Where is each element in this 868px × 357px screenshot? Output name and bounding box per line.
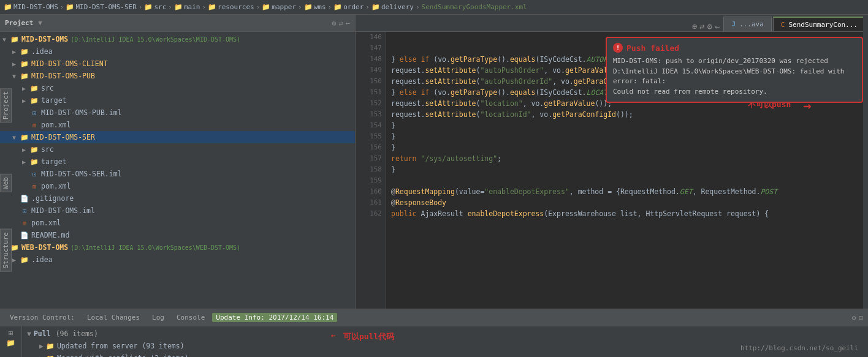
code-content: 146 147 148 149 150 151 152 153 154 155 … xyxy=(356,32,868,309)
tree-item-pub-target[interactable]: ▶ 📁 target xyxy=(0,94,355,107)
error-popup[interactable]: ! Push failed MID-DST-OMS: push to origi… xyxy=(606,37,863,103)
tree-item-ser-iml[interactable]: ⊡ MID-DST-OMS-SER.iml xyxy=(0,168,355,180)
sidebar-item-web[interactable]: Web xyxy=(0,174,12,192)
sidebar-item-structure[interactable]: Structure xyxy=(0,229,12,272)
updated-arrow[interactable]: ▶ xyxy=(39,342,44,350)
tree-item-oms-pom[interactable]: m pom.xml xyxy=(0,217,355,229)
panel-settings-icon[interactable]: ⚙ xyxy=(332,19,336,28)
breadcrumb-item-4[interactable]: main xyxy=(184,3,200,11)
breadcrumb-sep-4: › xyxy=(202,3,206,11)
pull-arrow[interactable]: ▼ xyxy=(27,329,31,338)
maven-icon: m xyxy=(20,220,29,227)
tree-item-mid-dst-oms[interactable]: ▼ 📁 MID-DST-OMS (D:\IntelliJ IDEA 15.0\W… xyxy=(0,33,355,45)
error-body: MID-DST-OMS: push to origin/dev_20170320… xyxy=(613,56,856,97)
merged-arrow[interactable]: ▶ xyxy=(39,354,44,357)
bottom-tab-log[interactable]: Log xyxy=(147,311,169,325)
folder-icon: 📁 xyxy=(20,72,29,80)
sidebar-item-project[interactable]: Project xyxy=(0,88,12,122)
tree-item-idea-1[interactable]: ▶ 📁 .idea xyxy=(0,45,355,58)
tree-item-ser[interactable]: ▼ 📁 MID-DST-OMS-SER xyxy=(0,131,355,143)
breadcrumb-sep-6: › xyxy=(298,3,302,11)
pull-label: Pull xyxy=(34,329,51,338)
line-num-162: 162 xyxy=(356,208,382,219)
bottom-tab-local-changes[interactable]: Local Changes xyxy=(82,311,145,325)
tree-item-readme[interactable]: 📄 README.md xyxy=(0,229,355,241)
folder-icon: 📁 xyxy=(20,60,29,68)
folder-icon: 📁 xyxy=(29,146,39,154)
line-num-151: 151 xyxy=(356,87,382,98)
bottom-tab-update-info[interactable]: Update Info: 2017/12/14 16:14 xyxy=(212,313,337,322)
bottom-tab-version-control[interactable]: Version Control: xyxy=(5,311,80,325)
pull-count: (96 items) xyxy=(56,329,98,338)
tree-item-oms-iml[interactable]: ⊡ MID-DST-OMS.iml xyxy=(0,205,355,217)
line-num-160: 160 xyxy=(356,186,382,197)
bottom-close-icon[interactable]: ⊟ xyxy=(859,314,863,322)
tab-controller[interactable]: C SendSummaryCon... xyxy=(773,17,866,31)
tree-item-pub-iml[interactable]: ⊡ MID-DST-OMS-PUB.iml xyxy=(0,107,355,119)
error-icon: ! xyxy=(613,43,623,53)
panel-dropdown-icon[interactable]: ▼ xyxy=(38,19,42,27)
tab-java[interactable]: J ...ava xyxy=(723,17,771,31)
tree-item-pub[interactable]: ▼ 📁 MID-DST-OMS-PUB xyxy=(0,70,355,82)
tree-item-ser-pom[interactable]: m pom.xml xyxy=(0,180,355,192)
code-line-158: } xyxy=(391,164,868,175)
tree-item-pub-src[interactable]: ▶ 📁 src xyxy=(0,82,355,94)
panel-collapse-icon[interactable]: ← xyxy=(346,19,350,28)
breadcrumb-item-2[interactable]: MID-DST-OMS-SER xyxy=(75,3,136,11)
tree-arrow: ▶ xyxy=(22,159,29,165)
breadcrumb-item-3[interactable]: src xyxy=(154,3,166,11)
right-scrollbar[interactable] xyxy=(863,15,868,309)
panel-sync-icon[interactable]: ⇄ xyxy=(339,19,343,28)
panel-header-icons: ⚙ ⇄ ← xyxy=(332,19,350,28)
bottom-settings-icon[interactable]: ⚙ xyxy=(852,314,856,322)
tree-arrow: ▶ xyxy=(12,257,20,263)
bottom-expand-icon[interactable]: ⊞ xyxy=(9,329,13,337)
folder-icon: 📁 xyxy=(10,36,20,43)
pull-root-item[interactable]: ▼ Pull (96 items) xyxy=(27,328,863,340)
project-panel-header: Project ▼ ⚙ ⇄ ← xyxy=(0,15,355,32)
tree-item-web-dst-oms[interactable]: ▼ 📁 WEB-DST-OMS (D:\IntelliJ IDEA 15.0\W… xyxy=(0,241,355,254)
tab-icon-split[interactable]: ⇄ xyxy=(699,21,704,31)
code-line-160: @RequestMapping(value="enableDepotExpres… xyxy=(391,186,868,197)
code-line-156: } xyxy=(391,142,868,153)
breadcrumb-item-6[interactable]: mapper xyxy=(272,3,296,11)
tab-controller-label: SendSummaryCon... xyxy=(788,21,858,29)
tab-icon-add[interactable]: ⊕ xyxy=(692,21,697,31)
breadcrumb-item-10[interactable]: SendSummaryGoodsMapper.xml xyxy=(422,3,527,11)
error-title-text: Push failed xyxy=(626,43,679,53)
editor-area: ⊕ ⇄ ⚙ ← J ...ava C SendSummaryCon... 146… xyxy=(356,15,868,309)
tab-icon-arrow[interactable]: ← xyxy=(715,21,720,31)
maven-icon: m xyxy=(29,183,39,190)
tab-bar-icons: ⊕ ⇄ ⚙ ← xyxy=(690,21,723,31)
bottom-tab-console[interactable]: Console xyxy=(172,311,210,325)
line-num-149: 149 xyxy=(356,65,382,76)
breadcrumb-item-7[interactable]: wms xyxy=(314,3,326,11)
tree-item-web-idea[interactable]: ▶ 📁 .idea xyxy=(0,254,355,266)
tree-item-ser-src[interactable]: ▶ 📁 src xyxy=(0,143,355,156)
breadcrumb-item-8[interactable]: order xyxy=(343,3,364,11)
bottom-folder-icon[interactable]: 📁 xyxy=(6,339,15,347)
updated-from-server-item[interactable]: ▶ 📁 Updated from server (93 items) xyxy=(27,340,863,352)
tab-icon-settings[interactable]: ⚙ xyxy=(707,21,712,31)
project-panel: Project ▼ ⚙ ⇄ ← ▼ 📁 MID-DST-OMS (D:\Inte… xyxy=(0,15,356,309)
tree-arrow: ▶ xyxy=(22,146,29,153)
breadcrumb-bar: 📁 MID-DST-OMS › 📁 MID-DST-OMS-SER › 📁 sr… xyxy=(0,0,868,15)
tree-item-pub-pom[interactable]: m pom.xml xyxy=(0,119,355,131)
code-line-162: public AjaxResult enableDepotExpress(Exp… xyxy=(391,208,868,219)
breadcrumb-item-5[interactable]: resources xyxy=(218,3,254,11)
main-layout: Project Web Structure Project ▼ ⚙ ⇄ ← ▼ … xyxy=(0,15,868,309)
tree-item-ser-target[interactable]: ▶ 📁 target xyxy=(0,156,355,168)
breadcrumb-item-9[interactable]: delivery xyxy=(381,3,414,11)
bottom-panel-icons: ⚙ ⊟ xyxy=(852,314,863,322)
merged-label: Merged with conflicts (3 items) xyxy=(57,354,189,357)
code-line-154: } xyxy=(391,120,868,131)
folder-icon: 📁 xyxy=(20,48,29,56)
line-num-161: 161 xyxy=(356,197,382,208)
line-num-159: 159 xyxy=(356,175,382,186)
breadcrumb-folder-icon-1: 📁 xyxy=(4,3,12,11)
tree-item-gitignore[interactable]: 📄 .gitignore xyxy=(0,192,355,205)
breadcrumb-item-1[interactable]: MID-DST-OMS xyxy=(13,3,58,11)
tree-item-client[interactable]: ▶ 📁 MID-DST-OMS-CLIENT xyxy=(0,58,355,70)
merged-conflicts-item[interactable]: ▶ 📁 Merged with conflicts (3 items) xyxy=(27,352,863,357)
line-num-152: 152 xyxy=(356,98,382,109)
